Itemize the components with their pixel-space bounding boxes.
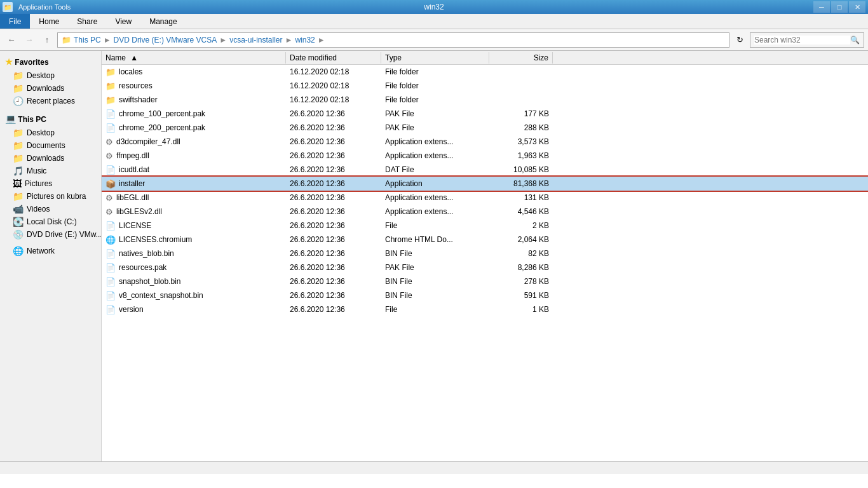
col-header-type[interactable]: Type xyxy=(381,52,489,64)
file-date: 16.12.2020 02:18 xyxy=(286,95,381,104)
sidebar-item-pictures-kubra[interactable]: 📁 Pictures on kubra xyxy=(0,190,101,203)
close-button[interactable]: ✕ xyxy=(849,1,865,13)
sidebar-item-pictures[interactable]: 🖼 Pictures xyxy=(0,177,101,190)
file-name: d3dcompiler_47.dll xyxy=(116,137,180,146)
recent-icon: 🕘 xyxy=(13,96,24,106)
tab-share[interactable]: Share xyxy=(68,14,106,29)
sidebar-item-documents[interactable]: 📁 Documents xyxy=(0,139,101,152)
table-row[interactable]: 📄 icudtl.dat 26.6.2020 12:36 DAT File 10… xyxy=(102,163,868,177)
file-type: PAK File xyxy=(381,123,489,132)
sidebar-item-downloads-fav[interactable]: 📁 Downloads xyxy=(0,82,101,95)
table-row[interactable]: ⚙ libEGL.dll 26.6.2020 12:36 Application… xyxy=(102,191,868,205)
file-name: LICENSES.chromium xyxy=(119,235,192,244)
maximize-button[interactable]: □ xyxy=(831,1,848,13)
up-button[interactable]: ↑ xyxy=(39,33,55,47)
file-name: v8_context_snapshot.bin xyxy=(119,291,203,300)
breadcrumb-thispc[interactable]: This PC xyxy=(74,36,101,44)
tab-view[interactable]: View xyxy=(106,14,140,29)
table-row[interactable]: 📁 locales 16.12.2020 02:18 File folder xyxy=(102,65,868,79)
sidebar-label: Desktop xyxy=(27,71,55,80)
folder-icon: 📁 xyxy=(13,153,24,163)
file-size: 82 KB xyxy=(489,249,553,258)
sidebar-item-desktop-pc[interactable]: 📁 Desktop xyxy=(0,126,101,139)
file-size: 591 KB xyxy=(489,291,553,300)
col-header-date[interactable]: Date modified xyxy=(286,52,381,64)
sidebar-item-dvd[interactable]: 💿 DVD Drive (E:) VMw... xyxy=(0,228,101,241)
search-input[interactable] xyxy=(754,36,850,44)
file-size: 2,064 KB xyxy=(489,235,553,244)
refresh-button[interactable]: ↻ xyxy=(732,33,747,47)
file-date: 26.6.2020 12:36 xyxy=(286,123,381,132)
music-icon: 🎵 xyxy=(13,166,24,176)
table-row[interactable]: ⚙ libGLESv2.dll 26.6.2020 12:36 Applicat… xyxy=(102,205,868,219)
file-date: 26.6.2020 12:36 xyxy=(286,291,381,300)
sidebar-item-localdisk[interactable]: 💽 Local Disk (C:) xyxy=(0,215,101,228)
folder-icon: 📁 xyxy=(13,83,24,93)
sidebar-favorites-header[interactable]: ★ Favorites xyxy=(0,55,101,69)
sidebar-thispc-header[interactable]: 💻 This PC xyxy=(0,111,101,126)
col-header-name[interactable]: Name ▲ xyxy=(102,52,286,64)
file-date: 16.12.2020 02:18 xyxy=(286,81,381,90)
table-row[interactable]: 📄 snapshot_blob.bin 26.6.2020 12:36 BIN … xyxy=(102,274,868,288)
sidebar-label: DVD Drive (E:) VMw... xyxy=(27,230,101,239)
tab-manage[interactable]: Manage xyxy=(140,14,186,29)
sidebar-item-desktop-fav[interactable]: 📁 Desktop xyxy=(0,69,101,82)
search-box[interactable]: 🔍 xyxy=(750,32,864,48)
sidebar-item-recent[interactable]: 🕘 Recent places xyxy=(0,95,101,107)
back-button[interactable]: ← xyxy=(4,33,19,47)
file-name: chrome_100_percent.pak xyxy=(119,109,205,118)
table-row[interactable]: 📄 chrome_200_percent.pak 26.6.2020 12:36… xyxy=(102,121,868,135)
minimize-button[interactable]: ─ xyxy=(813,1,830,13)
file-icon: 📄 xyxy=(105,291,116,301)
table-row[interactable]: 📁 resources 16.12.2020 02:18 File folder xyxy=(102,79,868,93)
app-tools-label: Application Tools xyxy=(15,3,71,11)
pc-icon: 💻 xyxy=(5,114,16,124)
file-size: 131 KB xyxy=(489,193,553,202)
sidebar-label: Documents xyxy=(27,141,65,150)
breadcrumb-win32[interactable]: win32 xyxy=(295,36,315,44)
ribbon-tabs: File Home Share View Manage xyxy=(0,14,868,29)
main-layout: ★ Favorites 📁 Desktop 📁 Downloads 🕘 Rece… xyxy=(0,51,868,461)
table-row[interactable]: ⚙ ffmpeg.dll 26.6.2020 12:36 Application… xyxy=(102,149,868,163)
sidebar-label: Pictures on kubra xyxy=(27,192,86,201)
file-icon: 📁 xyxy=(105,67,116,77)
table-row[interactable]: 📄 v8_context_snapshot.bin 26.6.2020 12:3… xyxy=(102,288,868,302)
table-row[interactable]: 📄 LICENSE 26.6.2020 12:36 File 2 KB xyxy=(102,219,868,233)
file-name: LICENSE xyxy=(119,221,151,230)
sidebar-item-downloads-pc[interactable]: 📁 Downloads xyxy=(0,152,101,165)
table-row[interactable]: ⚙ d3dcompiler_47.dll 26.6.2020 12:36 App… xyxy=(102,135,868,149)
sidebar-label: Downloads xyxy=(27,154,64,163)
breadcrumb-dvd[interactable]: DVD Drive (E:) VMware VCSA xyxy=(114,36,217,44)
table-row[interactable]: 📄 resources.pak 26.6.2020 12:36 PAK File… xyxy=(102,261,868,274)
tab-file[interactable]: File xyxy=(0,14,30,29)
table-row[interactable]: 📄 version 26.6.2020 12:36 File 1 KB xyxy=(102,302,868,316)
table-row[interactable]: 🌐 LICENSES.chromium 26.6.2020 12:36 Chro… xyxy=(102,233,868,247)
sidebar-item-music[interactable]: 🎵 Music xyxy=(0,165,101,177)
sidebar-item-network[interactable]: 🌐 Network xyxy=(0,245,101,257)
breadcrumb-vcsa[interactable]: vcsa-ui-installer xyxy=(229,36,282,44)
title-bar: 📁 Application Tools win32 ─ □ ✕ xyxy=(0,0,868,14)
sort-indicator: ▲ xyxy=(130,53,138,62)
file-date: 26.6.2020 12:36 xyxy=(286,109,381,118)
breadcrumb-sep-4: ► xyxy=(318,36,325,44)
sidebar-label: Recent places xyxy=(27,97,75,105)
table-row[interactable]: 📦 installer 26.6.2020 12:36 Application … xyxy=(102,177,868,191)
file-icon: 📄 xyxy=(105,165,116,175)
table-row[interactable]: 📄 natives_blob.bin 26.6.2020 12:36 BIN F… xyxy=(102,247,868,261)
file-icon: 🌐 xyxy=(105,235,116,245)
table-row[interactable]: 📄 chrome_100_percent.pak 26.6.2020 12:36… xyxy=(102,107,868,121)
favorites-label: Favorites xyxy=(15,58,48,67)
breadcrumb-sep-2: ► xyxy=(219,36,227,44)
file-list-header: Name ▲ Date modified Type Size xyxy=(102,51,868,65)
window-controls: ─ □ ✕ xyxy=(813,1,865,13)
file-icon: 📄 xyxy=(105,305,116,315)
file-date: 26.6.2020 12:36 xyxy=(286,305,381,314)
forward-button[interactable]: → xyxy=(22,33,37,47)
file-date: 26.6.2020 12:36 xyxy=(286,263,381,272)
tab-home[interactable]: Home xyxy=(30,14,68,29)
file-name: resources.pak xyxy=(119,263,166,272)
sidebar-item-videos[interactable]: 📹 Videos xyxy=(0,203,101,215)
table-row[interactable]: 📁 swiftshader 16.12.2020 02:18 File fold… xyxy=(102,93,868,107)
file-name: chrome_200_percent.pak xyxy=(119,123,205,132)
col-header-size[interactable]: Size xyxy=(489,52,553,64)
